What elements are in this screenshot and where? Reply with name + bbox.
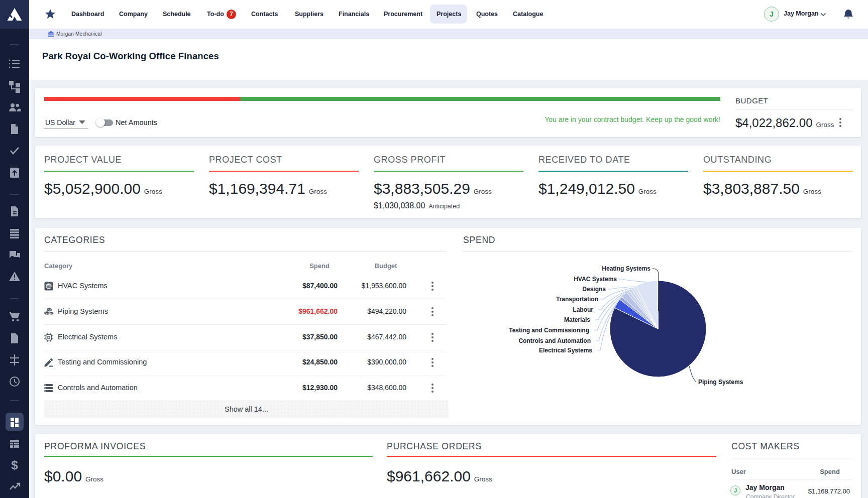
svg-text:$: $ bbox=[11, 458, 18, 472]
